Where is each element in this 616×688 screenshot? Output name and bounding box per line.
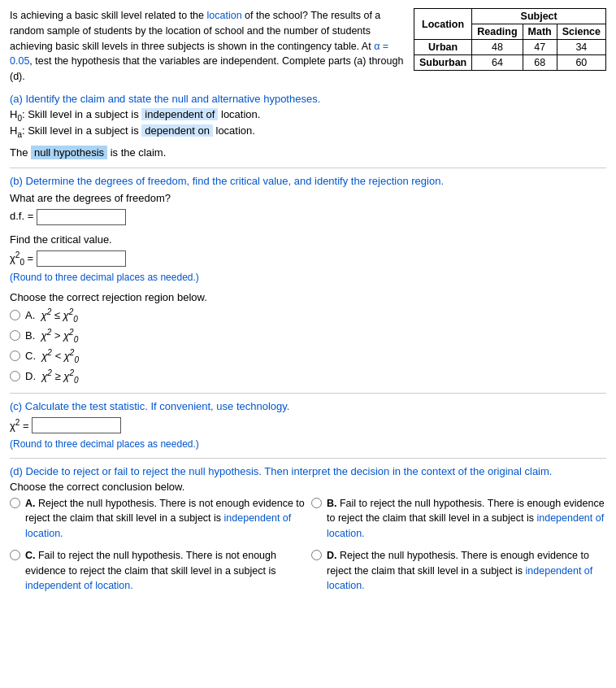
conclusion-text-d: D. Reject the null hypothesis. There is … <box>327 548 606 594</box>
location-highlight: location <box>207 10 242 21</box>
h0-label: H0: Skill level in a subject is independ… <box>10 108 260 120</box>
conclusion-text-a: A. Reject the null hypothesis. There is … <box>25 496 305 542</box>
rejection-label-c: C. χ2 < χ20 <box>25 348 79 364</box>
problem-text: Is achieving a basic skill level related… <box>10 8 406 85</box>
suburban-science: 60 <box>557 55 605 71</box>
rejection-option-d[interactable]: D. χ2 ≥ χ20 <box>10 368 606 385</box>
problem-text-content: Is achieving a basic skill level related… <box>10 10 403 82</box>
conclusion-option-b[interactable]: B. Fail to reject the null hypothesis. T… <box>311 496 606 542</box>
rejection-radio-a[interactable] <box>10 310 20 320</box>
subject-header: Subject <box>472 9 606 24</box>
conclusion-c-blue: independent of location. <box>25 580 133 591</box>
divider-1 <box>10 168 606 168</box>
conclusion-a-blue: independent of location. <box>25 512 291 539</box>
null-hypothesis-highlight: null hypothesis <box>31 146 107 159</box>
conclusion-radio-c[interactable] <box>10 550 20 560</box>
suburban-reading: 64 <box>472 55 523 71</box>
h0-line: H0: Skill level in a subject is independ… <box>10 108 606 123</box>
reading-header: Reading <box>472 24 523 40</box>
ha-highlight: dependent on <box>141 124 213 137</box>
chi-critical-note: (Round to three decimal places as needed… <box>10 272 606 283</box>
chi-test-input-box[interactable] <box>32 417 121 433</box>
part-d-header: (d) Decide to reject or fail to reject t… <box>10 465 606 477</box>
contingency-table: Location Subject Reading Math Science Ur… <box>414 8 606 71</box>
divider-3 <box>10 458 606 459</box>
rejection-radio-b[interactable] <box>10 330 20 341</box>
conclusion-radio-b[interactable] <box>311 498 322 508</box>
chi-test-note: (Round to three decimal places as needed… <box>10 438 606 450</box>
rejection-label-a: A. χ2 ≤ χ20 <box>25 307 78 324</box>
top-section: Is achieving a basic skill level related… <box>10 8 606 85</box>
rejection-region-section: Choose the correct rejection region belo… <box>10 291 606 385</box>
urban-label: Urban <box>414 40 471 55</box>
part-a-header: (a) Identify the claim and state the nul… <box>10 93 606 105</box>
ha-line: Ha: Skill level in a subject is dependen… <box>10 124 606 139</box>
chi-test-input[interactable] <box>33 418 120 433</box>
rejection-radio-c[interactable] <box>10 351 20 361</box>
rejection-option-a[interactable]: A. χ2 ≤ χ20 <box>10 307 606 324</box>
conclusion-text-c: C. Fail to reject the null hypothesis. T… <box>25 548 305 594</box>
urban-math: 47 <box>523 40 557 55</box>
part-d-section: (d) Decide to reject or fail to reject t… <box>10 465 606 594</box>
conclusion-option-a[interactable]: A. Reject the null hypothesis. There is … <box>10 496 305 542</box>
chi-test-label: χ2 = <box>10 418 29 432</box>
urban-science: 34 <box>557 40 605 55</box>
claim-line: The null hypothesis is the claim. <box>10 146 606 159</box>
ha-label: Ha: Skill level in a subject is dependen… <box>10 124 255 137</box>
conclusion-b-blue: independent of location. <box>327 512 604 539</box>
critical-value-section: Find the critical value. χ20 = (Round to… <box>10 233 606 283</box>
df-question: What are the degrees of freedom? <box>10 192 606 204</box>
chi-squared-label: χ20 = <box>10 250 33 267</box>
conclusion-d-blue: independent of location. <box>327 565 592 592</box>
location-col-header: Location <box>414 9 471 40</box>
df-input-line: d.f. = <box>10 209 606 225</box>
part-c-header: (c) Calculate the test statistic. If con… <box>10 400 606 412</box>
df-prefix: d.f. = <box>10 210 33 222</box>
rejection-option-c[interactable]: C. χ2 < χ20 <box>10 348 606 364</box>
conclusion-text-b: B. Fail to reject the null hypothesis. T… <box>327 496 606 542</box>
part-c-section: (c) Calculate the test statistic. If con… <box>10 400 606 450</box>
science-header: Science <box>557 24 605 40</box>
contingency-table-container: Location Subject Reading Math Science Ur… <box>414 8 606 85</box>
part-b-section: (b) Determine the degrees of freedom, fi… <box>10 175 606 385</box>
conclusion-option-d[interactable]: D. Reject the null hypothesis. There is … <box>311 548 606 594</box>
urban-reading: 48 <box>472 40 523 55</box>
df-input-box[interactable] <box>37 209 126 225</box>
chi-critical-line: χ20 = <box>10 250 606 267</box>
part-b-header: (b) Determine the degrees of freedom, fi… <box>10 175 606 187</box>
conclusion-choose-label: Choose the correct conclusion below. <box>10 481 606 493</box>
chi-critical-input[interactable] <box>37 251 125 266</box>
rejection-option-b[interactable]: B. χ2 > χ20 <box>10 328 606 344</box>
chi-critical-input-box[interactable] <box>37 250 126 267</box>
alpha-value: α = 0.05 <box>10 41 388 67</box>
h0-highlight: independent of <box>141 108 218 120</box>
conclusion-option-c[interactable]: C. Fail to reject the null hypothesis. T… <box>10 548 305 594</box>
suburban-label: Suburban <box>414 55 471 71</box>
math-header: Math <box>523 24 557 40</box>
rejection-radio-d[interactable] <box>10 371 20 381</box>
urban-row: Urban 48 47 34 <box>414 40 605 55</box>
suburban-math: 68 <box>523 55 557 71</box>
critical-value-label: Find the critical value. <box>10 233 606 246</box>
conclusion-radio-a[interactable] <box>10 498 20 508</box>
rejection-label-b: B. χ2 > χ20 <box>25 328 78 344</box>
conclusion-radio-d[interactable] <box>311 550 322 560</box>
suburban-row: Suburban 64 68 60 <box>414 55 605 71</box>
rejection-label: Choose the correct rejection region belo… <box>10 291 606 303</box>
conclusions-grid: A. Reject the null hypothesis. There is … <box>10 496 606 594</box>
divider-2 <box>10 393 606 394</box>
df-input[interactable] <box>37 210 125 224</box>
rejection-label-d: D. χ2 ≥ χ20 <box>25 368 79 385</box>
chi-test-line: χ2 = <box>10 417 606 433</box>
part-a-section: (a) Identify the claim and state the nul… <box>10 93 606 159</box>
